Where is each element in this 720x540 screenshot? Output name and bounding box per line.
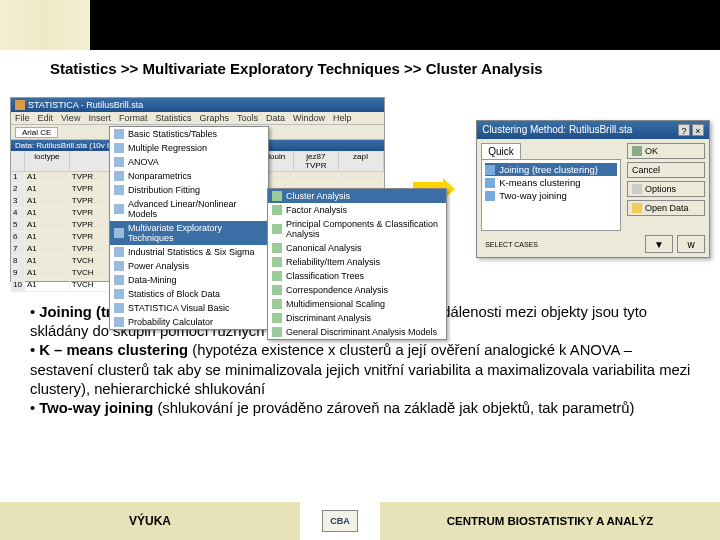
select-cases-label: SELECT CASES (481, 241, 538, 248)
weight-button[interactable]: w (677, 235, 705, 253)
screenshot-row: STATISTICA - RutilusBrill.sta FileEditVi… (0, 89, 720, 289)
clustering-methods-list[interactable]: Joining (tree clustering)K-means cluster… (481, 159, 621, 231)
footer-right: CENTRUM BIOSTATISTIKY A ANALÝZ (380, 502, 720, 540)
app-icon (15, 100, 25, 110)
footer-left: VÝUKA (0, 502, 300, 540)
slide-top-bar (0, 0, 720, 50)
funnel-icon: ▼ (654, 239, 664, 250)
cancel-button[interactable]: Cancel (627, 162, 705, 178)
statistica-titlebar: STATISTICA - RutilusBrill.sta (11, 98, 384, 112)
clustering-title: Clustering Method: RutilusBrill.sta (482, 124, 632, 136)
top-accent (0, 0, 90, 50)
statistica-menubar[interactable]: FileEditViewInsertFormatStatisticsGraphs… (11, 112, 384, 125)
cases-button[interactable]: ▼ (645, 235, 673, 253)
ok-icon (632, 146, 642, 156)
clustering-titlebar: Clustering Method: RutilusBrill.sta ?× (477, 121, 709, 139)
ok-button[interactable]: OK (627, 143, 705, 159)
breadcrumb: Statistics >> Multivariate Exploratory T… (0, 56, 720, 89)
footer-logo-wrap: CBA (300, 510, 380, 532)
statistica-window: STATISTICA - RutilusBrill.sta FileEditVi… (10, 97, 385, 282)
statistica-title: STATISTICA - RutilusBrill.sta (28, 100, 143, 110)
folder-icon (632, 203, 642, 213)
clustering-footer: SELECT CASES ▼ w (477, 235, 709, 257)
multivariate-submenu[interactable]: Cluster AnalysisFactor AnalysisPrincipal… (267, 188, 447, 340)
tab-quick[interactable]: Quick (481, 143, 521, 159)
options-button[interactable]: Options (627, 181, 705, 197)
cba-logo: CBA (322, 510, 358, 532)
weight-icon: w (687, 239, 694, 250)
close-icon[interactable]: × (692, 124, 704, 136)
slide-footer: VÝUKA CBA CENTRUM BIOSTATISTIKY A ANALÝZ (0, 502, 720, 540)
open-data-button[interactable]: Open Data (627, 200, 705, 216)
options-icon (632, 184, 642, 194)
help-icon[interactable]: ? (678, 124, 690, 136)
clustering-dialog: Clustering Method: RutilusBrill.sta ?× Q… (476, 120, 710, 258)
statistics-menu-dropdown[interactable]: Basic Statistics/TablesMultiple Regressi… (109, 126, 269, 330)
